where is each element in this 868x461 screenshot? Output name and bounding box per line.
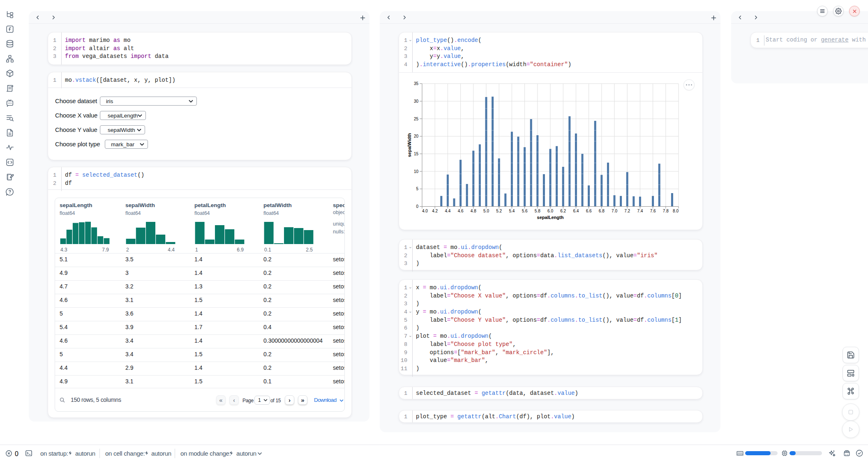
svg-text:7.0: 7.0	[612, 209, 617, 213]
svg-text:30: 30	[414, 99, 419, 104]
svg-text:6.6: 6.6	[586, 209, 592, 213]
svg-text:sepalWidth: sepalWidth	[407, 133, 412, 157]
svg-text:4.4: 4.4	[445, 209, 450, 213]
svg-text:15: 15	[414, 152, 419, 156]
svg-text:4.8: 4.8	[471, 209, 476, 213]
svg-text:20: 20	[414, 134, 419, 138]
svg-text:7.4: 7.4	[637, 209, 643, 213]
svg-text:25: 25	[414, 117, 419, 121]
svg-text:5.4: 5.4	[509, 209, 515, 213]
svg-text:6.4: 6.4	[573, 209, 579, 213]
svg-text:0: 0	[416, 204, 418, 209]
svg-text:5: 5	[416, 187, 418, 191]
svg-text:7.8: 7.8	[663, 209, 669, 213]
svg-text:5.6: 5.6	[522, 209, 528, 213]
svg-text:4.2: 4.2	[432, 209, 438, 213]
svg-text:7.6: 7.6	[650, 209, 656, 213]
svg-text:5.8: 5.8	[535, 209, 540, 213]
svg-text:6.0: 6.0	[547, 209, 553, 213]
svg-text:6.8: 6.8	[599, 209, 605, 213]
svg-text:8.0: 8.0	[673, 209, 679, 213]
svg-text:4.0: 4.0	[422, 209, 428, 213]
svg-text:6.2: 6.2	[560, 209, 566, 213]
svg-text:sepalLength: sepalLength	[537, 215, 564, 220]
svg-text:35: 35	[414, 81, 419, 86]
svg-text:5.0: 5.0	[483, 209, 489, 213]
svg-text:4.6: 4.6	[458, 209, 464, 213]
svg-text:5.2: 5.2	[496, 209, 502, 213]
svg-text:7.2: 7.2	[624, 209, 630, 213]
svg-text:10: 10	[414, 169, 419, 174]
